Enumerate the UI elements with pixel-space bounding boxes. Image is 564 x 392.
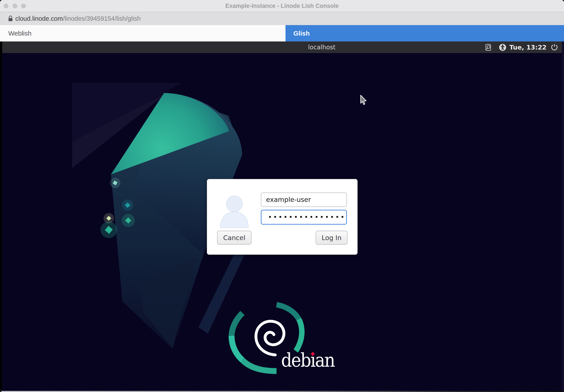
url-text[interactable]: cloud.linode.com/linodes/39459154/lish/g… [15, 12, 141, 25]
tab-glish[interactable]: Glish [285, 25, 564, 41]
window-title-bar: Example-Instance - Linode Lish Console [0, 0, 564, 12]
gnome-top-bar: localhost Tue, 13:22 [2, 41, 562, 53]
screen-magnifier-icon[interactable] [484, 43, 492, 52]
accessibility-icon[interactable] [499, 43, 507, 51]
cancel-button[interactable]: Cancel [217, 231, 252, 245]
tab-glish-label: Glish [293, 30, 310, 37]
tab-weblish[interactable]: Weblish [0, 25, 285, 41]
window-bottom-edge [0, 391, 564, 392]
lock-icon [6, 14, 15, 23]
lish-tab-bar: Weblish Glish [0, 25, 564, 41]
login-dialog: example-user •••••••••••••••••••••• Canc… [207, 179, 358, 255]
power-icon[interactable] [550, 43, 558, 51]
user-avatar-icon [218, 195, 251, 228]
arrow-cursor-icon [360, 95, 368, 106]
clock-label[interactable]: Tue, 13:22 [509, 44, 547, 51]
password-masked-value: •••••••••••••••••••••• [268, 213, 347, 221]
debian-wordmark-text: debıan [281, 349, 334, 371]
url-host: cloud.linode.com [15, 15, 63, 22]
tab-weblish-label: Weblish [8, 30, 31, 37]
log-in-button[interactable]: Log In [316, 231, 348, 245]
debian-wordmark: debıan [281, 351, 334, 369]
password-input[interactable]: •••••••••••••••••••••• [261, 210, 347, 225]
url-path: /linodes/39459154/lish/glish [63, 15, 141, 22]
cancel-button-label: Cancel [223, 234, 245, 242]
top-bar-status-area: Tue, 13:22 [484, 41, 558, 53]
log-in-button-label: Log In [322, 234, 342, 242]
address-bar[interactable]: cloud.linode.com/linodes/39459154/lish/g… [0, 12, 564, 26]
window-title: Example-Instance - Linode Lish Console [0, 0, 564, 12]
username-input[interactable]: example-user [261, 192, 347, 207]
browser-window: Example-Instance - Linode Lish Console c… [0, 0, 564, 392]
hostname-label: localhost [308, 41, 336, 53]
